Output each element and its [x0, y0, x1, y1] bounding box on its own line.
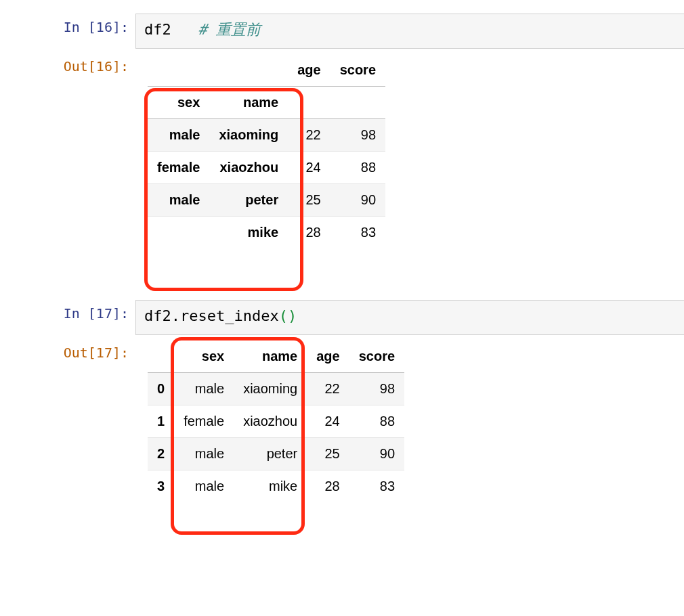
- idx-name: xiaoming: [209, 119, 288, 152]
- idx: 0: [148, 373, 174, 405]
- output-prompt-16: Out[16]:: [0, 53, 135, 74]
- index-name-name: name: [209, 87, 288, 119]
- cell-sex: male: [174, 373, 234, 405]
- dataframe-reset: sex name age score 0 male xiaoming 22 98: [148, 340, 404, 502]
- col-age: age: [288, 54, 330, 87]
- cell-age: 25: [307, 438, 349, 470]
- cell-age: 22: [288, 119, 330, 152]
- col-sex: sex: [174, 340, 234, 373]
- index-col-blank: [148, 54, 209, 87]
- table-row: female xiaozhou 24 88: [148, 152, 385, 184]
- col-score: score: [349, 340, 404, 373]
- code-expr: df2: [144, 21, 171, 38]
- cell-age: 24: [307, 405, 349, 438]
- input-prompt-16: In [16]:: [0, 14, 135, 35]
- cell-age: 25: [288, 184, 330, 217]
- cell-age: 28: [288, 217, 330, 249]
- output-area-16: age score sex name male xiaoming: [135, 53, 684, 269]
- cell-score: 98: [330, 119, 385, 152]
- input-prompt-17: In [17]:: [0, 300, 135, 322]
- idx: 2: [148, 438, 174, 470]
- table-row: 0 male xiaoming 22 98: [148, 373, 404, 405]
- code-paren-close: ): [288, 307, 297, 324]
- index-col-blank: [148, 340, 174, 373]
- idx-name: mike: [209, 217, 288, 249]
- col-score: score: [330, 54, 385, 87]
- cell-name: peter: [234, 438, 307, 470]
- table-row: 1 female xiaozhou 24 88: [148, 405, 404, 438]
- cell-name: xiaozhou: [234, 405, 307, 438]
- idx-sex: male: [148, 184, 209, 217]
- cell-16-input: In [16]: df2 # 重置前: [0, 14, 684, 49]
- cell-sex: male: [174, 438, 234, 470]
- blank: [288, 87, 330, 119]
- cell-score: 88: [349, 405, 404, 438]
- table-row: 3 male mike 28 83: [148, 470, 404, 503]
- cell-name: xiaoming: [234, 373, 307, 405]
- cell-sex: male: [174, 470, 234, 503]
- cell-name: mike: [234, 470, 307, 503]
- cell-age: 28: [307, 470, 349, 503]
- index-col-blank: [209, 54, 288, 87]
- col-age: age: [307, 340, 349, 373]
- code-input-16[interactable]: df2 # 重置前: [135, 14, 684, 49]
- cell-score: 90: [349, 438, 404, 470]
- table-row: male peter 25 90: [148, 184, 385, 217]
- cell-16-output: Out[16]: age score sex name: [0, 53, 684, 269]
- code-paren-open: (: [279, 307, 288, 324]
- cell-score: 98: [349, 373, 404, 405]
- dataframe-df2: age score sex name male xiaoming: [148, 54, 385, 248]
- idx-sex: female: [148, 152, 209, 184]
- cell-sex: female: [174, 405, 234, 438]
- cell-score: 83: [349, 470, 404, 503]
- blank: [330, 87, 385, 119]
- idx-name: xiaozhou: [209, 152, 288, 184]
- cell-score: 88: [330, 152, 385, 184]
- cell-age: 24: [288, 152, 330, 184]
- idx-sex: male: [148, 119, 209, 152]
- output-prompt-17: Out[17]:: [0, 339, 135, 361]
- idx-name: peter: [209, 184, 288, 217]
- cell-17-input: In [17]: df2.reset_index(): [0, 300, 684, 335]
- table-row: male xiaoming 22 98: [148, 119, 385, 152]
- cell-score: 83: [330, 217, 385, 249]
- col-name: name: [234, 340, 307, 373]
- code-expr: df2.reset_index: [144, 307, 279, 324]
- cell-score: 90: [330, 184, 385, 217]
- output-area-17: sex name age score 0 male xiaoming 22 98: [135, 339, 684, 523]
- cell-age: 22: [307, 373, 349, 405]
- code-comment: # 重置前: [198, 21, 261, 38]
- idx: 3: [148, 470, 174, 503]
- code-input-17[interactable]: df2.reset_index(): [135, 300, 684, 335]
- cell-17-output: Out[17]: sex name age score 0 male: [0, 339, 684, 523]
- table-row: mike 28 83: [148, 217, 385, 249]
- notebook: In [16]: df2 # 重置前 Out[16]: age score se…: [0, 0, 684, 554]
- table-row: 2 male peter 25 90: [148, 438, 404, 470]
- idx: 1: [148, 405, 174, 438]
- index-name-sex: sex: [148, 87, 209, 119]
- idx-sex: [148, 217, 209, 249]
